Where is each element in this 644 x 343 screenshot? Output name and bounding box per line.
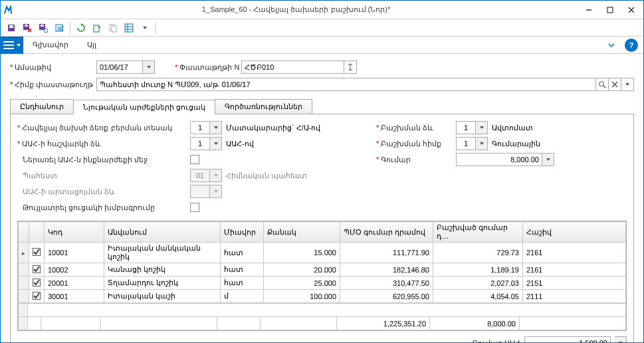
- tab-materials[interactable]: Նյութական արժեքների ցուցակ: [73, 100, 215, 114]
- cell-code: 10002: [45, 263, 104, 277]
- col-acc[interactable]: Հաշիվ: [523, 222, 626, 243]
- vat-amount-dd[interactable]: [615, 336, 627, 342]
- menu-expand-icon[interactable]: [603, 42, 619, 49]
- help-icon[interactable]: ?: [625, 39, 638, 52]
- vat-include-checkbox[interactable]: [190, 155, 199, 164]
- cell-acc: 2111: [523, 290, 626, 303]
- table-header: Կոդ Անվանում Միավոր Քանակ ՊՄՕ գումար դրա…: [19, 222, 626, 243]
- basis-dd-button[interactable]: [621, 78, 634, 91]
- cell-acc: 2161: [523, 243, 626, 263]
- app-window: 1_Sample_60 - Հավելյալ ծախսերի բաշխում (…: [0, 0, 644, 343]
- col-dist[interactable]: Բաշխված գումար դ…: [433, 222, 523, 243]
- dist-form-code[interactable]: [456, 121, 476, 134]
- tab-operations[interactable]: Գործառնություններ: [215, 99, 312, 114]
- docn-lookup-button[interactable]: [344, 60, 357, 74]
- vat-calc-text: ԱԱՀ-ով: [226, 140, 254, 148]
- separator: [156, 22, 156, 34]
- svg-rect-16: [125, 24, 133, 32]
- menu-other[interactable]: Այլ: [78, 37, 106, 54]
- cell-pmo: 620,955.00: [340, 290, 433, 303]
- svg-rect-22: [3, 48, 14, 49]
- col-qty[interactable]: Քանակ: [264, 222, 340, 243]
- dist-base-code[interactable]: [456, 137, 476, 150]
- svg-text:ab: ab: [57, 24, 64, 32]
- window-title: 1_Sample_60 - Հավելյալ ծախսերի բաշխում (…: [13, 5, 580, 14]
- dist-base-dd[interactable]: [476, 137, 488, 150]
- allow-edit-checkbox[interactable]: [190, 203, 199, 212]
- type-dd[interactable]: [210, 121, 222, 134]
- svg-rect-13: [94, 25, 99, 32]
- amount-label: Գումար: [376, 156, 411, 164]
- svg-rect-9: [41, 25, 44, 27]
- svg-rect-1: [607, 7, 613, 13]
- row-checkbox[interactable]: [33, 248, 41, 256]
- amount-dd[interactable]: [542, 153, 554, 166]
- dist-base-label: Բաշխման հիմք: [376, 140, 441, 148]
- save-close-icon[interactable]: [21, 21, 34, 35]
- maximize-button[interactable]: [601, 3, 619, 17]
- allow-edit-label: Թույլատրել ցուցակի խմբագրումը: [23, 203, 155, 212]
- cell-unit: մ: [221, 290, 264, 303]
- docn-input[interactable]: [241, 60, 344, 74]
- basis-search-button[interactable]: [595, 78, 609, 91]
- cell-name: Կանացի կոշիկ: [104, 263, 221, 277]
- vat-calc-code[interactable]: [190, 137, 210, 150]
- store-label: Պահեստ: [23, 172, 57, 180]
- cell-qty: 15.000: [264, 243, 340, 263]
- refresh-icon[interactable]: [74, 21, 88, 35]
- date-input[interactable]: [96, 60, 143, 74]
- cell-acc: 2161: [523, 263, 626, 277]
- grid-icon[interactable]: [122, 21, 136, 35]
- app-logo-icon: [3, 5, 13, 15]
- row-checkbox[interactable]: [33, 292, 41, 300]
- export-icon[interactable]: [90, 21, 104, 35]
- dist-base-text: Գումարային: [492, 140, 540, 148]
- tab-general[interactable]: Ընդհանուր: [10, 99, 74, 114]
- table-row[interactable]: 10002Կանացի կոշիկհատ20.000182,146.801,18…: [19, 263, 626, 277]
- table-row[interactable]: 30001Իտալական կաշիմ100.000620,955.004,05…: [19, 290, 626, 303]
- cell-pmo: 111,771.90: [340, 243, 433, 263]
- table-row[interactable]: 10001Իտալական մանկական կոշիկհատ15.000111…: [19, 243, 626, 263]
- grid-dd-icon[interactable]: [138, 21, 152, 35]
- col-name[interactable]: Անվանում: [104, 222, 221, 243]
- svg-point-23: [599, 82, 604, 86]
- content: Ամսաթիվ Փաստաթղթի N Հիմք փաստաթուղթ Ընդհ…: [1, 54, 643, 342]
- cell-dist: 2,027.03: [433, 277, 523, 290]
- store-code: [190, 169, 210, 182]
- col-code[interactable]: Կոդ: [45, 222, 104, 243]
- copy-icon: [106, 21, 120, 35]
- table-row[interactable]: 20001Տղամարդու կոշիկհատ25.000310,477.502…: [19, 277, 626, 290]
- close-button[interactable]: [622, 3, 641, 17]
- blank-row: [19, 304, 626, 317]
- type-code[interactable]: [190, 121, 210, 134]
- amount-input[interactable]: [456, 153, 542, 166]
- main-menu-button[interactable]: [1, 37, 23, 54]
- col-pmo[interactable]: ՊՄՕ գումար դրամով: [340, 222, 433, 243]
- cell-code: 10001: [45, 243, 104, 263]
- row-checkbox[interactable]: [33, 279, 41, 286]
- row-checkbox[interactable]: [33, 265, 41, 273]
- vat-amount-input[interactable]: [524, 336, 611, 342]
- date-label: Ամսաթիվ: [10, 63, 96, 72]
- basis-input[interactable]: [96, 78, 596, 91]
- dist-form-dd[interactable]: [476, 121, 488, 134]
- script-icon[interactable]: ab: [53, 21, 66, 35]
- col-unit[interactable]: Միավոր: [221, 222, 264, 243]
- cell-name: Տղամարդու կոշիկ: [104, 277, 221, 290]
- vat-include-label: Ներառել ԱԱՀ-ն ինքնարժեքի մեջ: [23, 156, 148, 164]
- save-new-icon[interactable]: [37, 21, 50, 35]
- cell-code: 20001: [45, 277, 104, 290]
- save-icon[interactable]: [5, 21, 18, 35]
- date-picker-button[interactable]: [143, 60, 155, 74]
- grid: Կոդ Անվանում Միավոր Քանակ ՊՄՕ գումար դրա…: [17, 221, 627, 331]
- basis-label: Հիմք փաստաթուղթ: [10, 80, 96, 89]
- cell-code: 30001: [45, 290, 104, 303]
- basis-clear-button[interactable]: [608, 78, 621, 91]
- menubar: Գլխավոր Այլ ?: [1, 37, 643, 54]
- vat-calc-dd[interactable]: [210, 137, 222, 150]
- separator: [70, 22, 70, 34]
- tabstrip: Ընդհանուր Նյութական արժեքների ցուցակ Գոր…: [10, 99, 634, 114]
- vat-amount-label: Գումար ԱԱՀ: [473, 339, 520, 343]
- minimize-button[interactable]: [580, 3, 598, 17]
- menu-main[interactable]: Գլխավոր: [23, 37, 78, 54]
